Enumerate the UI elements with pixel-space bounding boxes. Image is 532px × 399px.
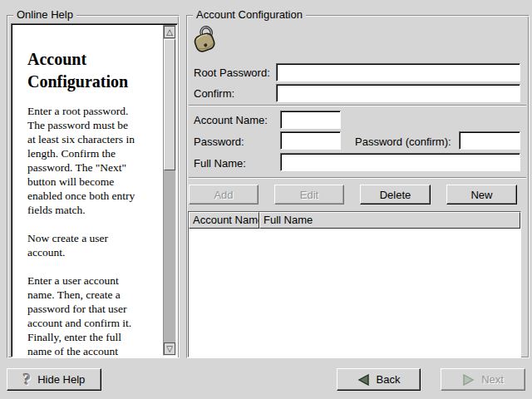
back-button[interactable]: Back xyxy=(337,368,421,391)
delete-button[interactable]: Delete xyxy=(360,185,431,204)
accounts-table: Account Name Full Name xyxy=(188,211,521,357)
scroll-down-button[interactable]: ▽ xyxy=(164,342,175,355)
scrollbar-thumb[interactable] xyxy=(164,39,175,170)
back-arrow-icon xyxy=(357,374,370,386)
root-password-label: Root Password: xyxy=(194,66,270,80)
hide-help-label: Hide Help xyxy=(37,373,85,386)
accounts-table-header: Account Name Full Name xyxy=(189,212,520,229)
help-scrollbar[interactable]: △ ▽ xyxy=(163,25,176,356)
next-label: Next xyxy=(481,373,504,386)
column-header-account-name[interactable]: Account Name xyxy=(189,212,259,229)
up-arrow-icon: △ xyxy=(166,27,173,37)
edit-button[interactable]: Edit xyxy=(274,185,344,204)
root-password-input[interactable] xyxy=(276,63,520,81)
next-arrow-icon xyxy=(462,374,475,386)
question-mark-icon: ? xyxy=(23,372,32,387)
new-button[interactable]: New xyxy=(446,185,517,204)
confirm-label: Confirm: xyxy=(194,87,234,101)
scroll-up-button[interactable]: △ xyxy=(164,26,175,38)
separator xyxy=(189,105,526,106)
accounts-table-body[interactable] xyxy=(189,229,520,357)
column-header-full-name[interactable]: Full Name xyxy=(259,212,520,229)
separator xyxy=(189,177,526,179)
password-confirm-label: Password (confirm): xyxy=(355,135,451,149)
back-label: Back xyxy=(377,373,401,386)
padlock-icon xyxy=(190,26,220,54)
account-configuration-frame-label: Account Configuration xyxy=(193,8,306,22)
full-name-label: Full Name: xyxy=(194,157,246,170)
password-confirm-input[interactable] xyxy=(459,131,520,150)
password-input[interactable] xyxy=(280,131,341,150)
help-content: Account Configuration Enter a root passw… xyxy=(12,25,162,356)
next-button[interactable]: Next xyxy=(441,368,525,391)
add-button[interactable]: Add xyxy=(189,185,259,204)
hide-help-button[interactable]: ? Hide Help xyxy=(7,368,101,391)
help-heading: Account Configuration xyxy=(27,48,157,93)
help-paragraph: Enter a root password. The password must… xyxy=(27,104,157,217)
account-name-input[interactable] xyxy=(280,111,341,129)
confirm-password-input[interactable] xyxy=(276,84,520,102)
online-help-frame-label: Online Help xyxy=(13,8,76,22)
password-label: Password: xyxy=(194,135,244,149)
help-paragraph: Enter a user account name. Then, create … xyxy=(27,273,157,356)
down-arrow-icon: ▽ xyxy=(166,344,173,353)
help-paragraph: Now create a user account. xyxy=(27,231,157,259)
account-name-label: Account Name: xyxy=(194,114,268,127)
full-name-input[interactable] xyxy=(280,153,520,171)
